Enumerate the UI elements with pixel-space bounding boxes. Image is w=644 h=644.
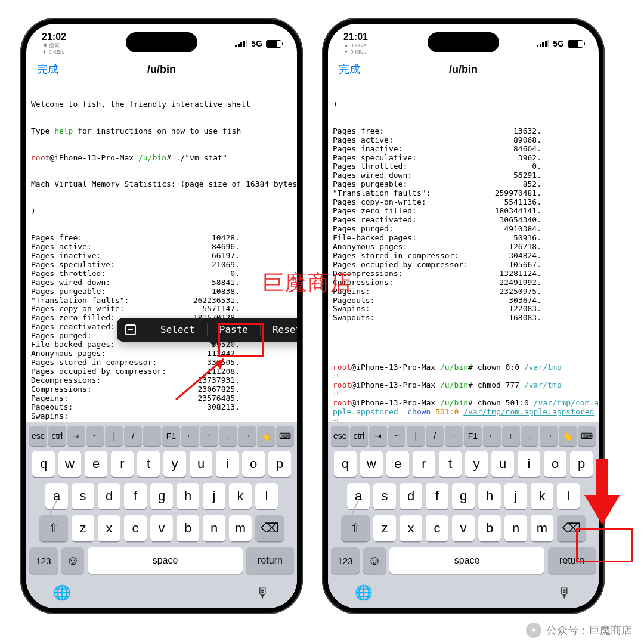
key[interactable]: c	[426, 515, 448, 541]
emoji-key[interactable]: ☺	[61, 547, 84, 574]
key[interactable]: s	[72, 483, 94, 509]
menu-reset[interactable]: Reset	[273, 324, 297, 335]
key[interactable]: t	[439, 451, 462, 477]
menu-select[interactable]: Select	[160, 324, 195, 335]
fn-key[interactable]: ⌨	[578, 426, 596, 446]
fn-key[interactable]: ↑	[200, 426, 218, 446]
fn-key[interactable]: F1	[464, 426, 482, 446]
fn-key[interactable]: esc	[331, 426, 349, 446]
fn-key[interactable]: |	[105, 426, 123, 446]
key[interactable]: x	[98, 515, 120, 541]
fn-key[interactable]: ⇥	[67, 426, 85, 446]
key[interactable]: f	[426, 483, 448, 509]
fn-key[interactable]: ctrl	[350, 426, 368, 446]
key[interactable]: j	[504, 483, 527, 509]
globe-icon[interactable]: 🌐	[53, 584, 71, 601]
key[interactable]: v	[452, 515, 475, 541]
fn-key[interactable]: /	[124, 426, 142, 446]
key[interactable]: d	[98, 483, 120, 509]
fn-key[interactable]: 👆	[257, 426, 275, 446]
fn-key[interactable]: ←	[483, 426, 501, 446]
key[interactable]: y	[163, 451, 186, 477]
key[interactable]: z	[72, 515, 94, 541]
mic-icon[interactable]: 🎙	[256, 584, 270, 601]
fn-key[interactable]: ~	[86, 426, 104, 446]
key[interactable]: n	[504, 515, 527, 541]
key[interactable]: k	[531, 483, 553, 509]
key[interactable]: e	[386, 451, 409, 477]
key[interactable]: n	[203, 515, 225, 541]
key[interactable]: w	[360, 451, 383, 477]
key[interactable]: k	[229, 483, 252, 509]
fn-key[interactable]: -	[143, 426, 161, 446]
fn-key[interactable]: ctrl	[48, 426, 66, 446]
key[interactable]: m	[531, 515, 553, 541]
fn-key[interactable]: →	[238, 426, 256, 446]
globe-icon[interactable]: 🌐	[355, 584, 373, 601]
terminal-output[interactable]: Welcome to fish, the friendly interactiv…	[26, 81, 297, 422]
keyboard-swipe-handle[interactable]: 〈	[330, 493, 364, 538]
fn-key[interactable]: /	[426, 426, 444, 446]
mic-icon[interactable]: 🎙	[558, 584, 572, 601]
return-key[interactable]: return	[246, 547, 294, 574]
key[interactable]: f	[124, 483, 147, 509]
key[interactable]: b	[478, 515, 501, 541]
fn-key[interactable]: ←	[181, 426, 199, 446]
key[interactable]: i	[216, 451, 239, 477]
key[interactable]: q	[334, 451, 357, 477]
key[interactable]: r	[413, 451, 435, 477]
fn-key[interactable]: ↓	[219, 426, 237, 446]
done-button[interactable]: 完成	[339, 62, 360, 76]
key[interactable]: x	[400, 515, 422, 541]
key[interactable]: t	[137, 451, 160, 477]
key[interactable]: i	[518, 451, 540, 477]
key[interactable]: p	[268, 451, 291, 477]
fn-key[interactable]: esc	[29, 426, 47, 446]
key[interactable]: c	[124, 515, 147, 541]
fn-key[interactable]: ↓	[521, 426, 539, 446]
key[interactable]: b	[177, 515, 199, 541]
key[interactable]: m	[229, 515, 252, 541]
fn-key[interactable]: -	[445, 426, 463, 446]
key[interactable]: j	[203, 483, 225, 509]
fn-key[interactable]: |	[407, 426, 425, 446]
numbers-key[interactable]: 123	[331, 547, 360, 574]
key[interactable]: h	[478, 483, 501, 509]
fn-key[interactable]: →	[540, 426, 558, 446]
key[interactable]: h	[177, 483, 199, 509]
key[interactable]: w	[58, 451, 81, 477]
emoji-key[interactable]: ☺	[363, 547, 386, 574]
key[interactable]: p	[570, 451, 593, 477]
fn-key[interactable]: 👆	[559, 426, 577, 446]
key[interactable]: e	[85, 451, 107, 477]
fn-key[interactable]: ⇥	[369, 426, 387, 446]
menu-paste[interactable]: Paste	[219, 324, 248, 335]
key[interactable]: l	[557, 483, 580, 509]
scan-text-icon[interactable]	[125, 324, 136, 335]
key[interactable]: g	[150, 483, 173, 509]
fn-key[interactable]: ~	[388, 426, 406, 446]
key[interactable]: u	[491, 451, 514, 477]
keyboard-swipe-handle[interactable]: 〈	[29, 493, 62, 538]
fn-key[interactable]: ↑	[502, 426, 520, 446]
back-search[interactable]: ◀ 搜索	[42, 42, 60, 48]
fn-key[interactable]: ⌨	[276, 426, 294, 446]
key[interactable]: u	[190, 451, 212, 477]
terminal-output[interactable]: ) Pages free:13632.Pages active:89068.Pa…	[328, 81, 599, 422]
key[interactable]: q	[32, 451, 55, 477]
fn-key[interactable]: F1	[162, 426, 180, 446]
backspace-key[interactable]: ⌫	[557, 515, 586, 541]
numbers-key[interactable]: 123	[29, 547, 58, 574]
key[interactable]: s	[373, 483, 396, 509]
key[interactable]: y	[465, 451, 488, 477]
key[interactable]: v	[150, 515, 173, 541]
return-key[interactable]: return	[548, 547, 596, 574]
backspace-key[interactable]: ⌫	[255, 515, 284, 541]
key[interactable]: r	[111, 451, 134, 477]
key[interactable]: o	[242, 451, 265, 477]
space-key[interactable]: space	[389, 547, 544, 574]
done-button[interactable]: 完成	[37, 62, 58, 76]
key[interactable]: d	[400, 483, 422, 509]
space-key[interactable]: space	[88, 547, 243, 574]
key[interactable]: o	[544, 451, 566, 477]
